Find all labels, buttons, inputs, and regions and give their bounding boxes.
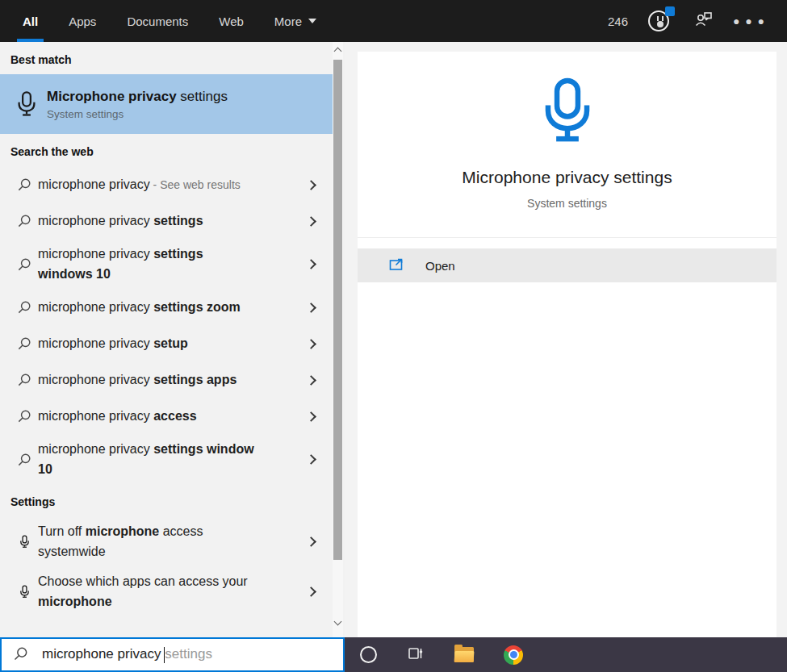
preview-hero: Microphone privacy settings System setti… [358,52,777,238]
chevron-right-icon[interactable] [308,373,315,387]
task-view-icon[interactable] [407,645,425,666]
search-query: microphone privacy settings [42,646,212,663]
best-match-result[interactable]: Microphone privacy settings System setti… [0,74,333,134]
preview-title: Microphone privacy settings [462,168,672,187]
best-match-subtitle: System settings [47,108,228,120]
chevron-right-icon[interactable] [308,584,315,599]
chevron-right-icon[interactable] [308,257,315,271]
chevron-right-icon[interactable] [308,177,315,192]
rewards-points: 246 [608,15,628,28]
results-scrollbar[interactable] [333,42,343,637]
web-suggestion-row[interactable]: microphone privacy settings window 10 [0,434,333,484]
tab-apps-label: Apps [69,15,96,28]
preview-card: Microphone privacy settings System setti… [358,52,777,637]
scroll-down-icon[interactable] [334,618,342,626]
tab-all-label: All [23,15,38,28]
preview-subtitle: System settings [527,197,607,210]
chevron-right-icon[interactable] [308,534,315,549]
topbar-right-cluster: 246 ● ● ● [608,6,787,35]
open-label: Open [425,259,455,273]
taskbar [345,637,787,672]
start-search-screen: All Apps Documents Web More 246 [0,0,787,672]
bottom-bar: microphone privacy settings [0,637,787,672]
chevron-right-icon[interactable] [308,214,315,228]
tab-web-label: Web [219,15,244,28]
open-action[interactable]: Open [358,248,777,282]
tab-web[interactable]: Web [219,0,244,42]
file-explorer-icon[interactable] [454,647,474,662]
ellipsis-icon[interactable]: ● ● ● [733,15,766,27]
web-suggestion-row[interactable]: microphone privacy settings zoom [0,289,333,325]
tab-all[interactable]: All [23,0,38,42]
search-icon [10,452,38,467]
tab-documents-label: Documents [127,15,188,28]
chevron-right-icon[interactable] [308,409,315,424]
web-suggestion-row[interactable]: microphone privacy - See web results [0,166,333,202]
feedback-icon[interactable] [694,10,714,32]
web-suggestion-row[interactable]: microphone privacy settings [0,202,333,239]
results-area: Best match Microphone privacy settings S… [0,42,787,637]
search-icon [13,645,29,665]
cortana-icon[interactable] [360,646,377,663]
tab-documents[interactable]: Documents [127,0,188,42]
search-web-header: Search the web [0,134,333,166]
rewards-badge [665,6,675,16]
search-icon [10,213,38,228]
web-suggestion-row[interactable]: microphone privacy access [0,398,333,434]
settings-header: Settings [0,484,333,516]
rewards-medal-icon[interactable] [647,6,675,35]
best-match-title: Microphone privacy settings [47,89,228,105]
search-icon [10,336,38,351]
open-external-icon [388,256,404,275]
chrome-icon[interactable] [504,645,523,665]
inline-suggestion: settings [165,646,212,662]
chevron-right-icon[interactable] [308,300,315,315]
search-icon [10,408,38,424]
chevron-right-icon[interactable] [308,336,315,351]
settings-result-row[interactable]: Choose which apps can access your microp… [0,566,333,616]
best-match-header: Best match [0,42,333,74]
web-suggestion-row[interactable]: microphone privacy settings windows 10 [0,239,333,289]
tab-more-label: More [274,15,302,28]
search-icon [10,257,38,272]
search-icon [10,372,38,387]
microphone-icon [10,584,38,599]
preview-panel: Microphone privacy settings System setti… [345,42,787,637]
search-filter-bar: All Apps Documents Web More 246 [0,0,787,42]
tab-more[interactable]: More [274,0,316,42]
web-suggestion-row[interactable]: microphone privacy settings apps [0,361,333,398]
scroll-up-icon[interactable] [334,48,342,56]
tab-apps[interactable]: Apps [69,0,96,42]
search-input[interactable]: microphone privacy settings [0,637,345,672]
settings-result-row[interactable]: Turn off microphone access systemwide [0,516,333,566]
scrollbar-thumb[interactable] [333,60,342,560]
chevron-right-icon[interactable] [308,452,315,466]
chevron-down-icon [308,19,316,23]
microphone-icon-large [538,76,597,148]
microphone-icon [10,534,38,549]
results-panel: Best match Microphone privacy settings S… [0,42,345,637]
web-suggestion-row[interactable]: microphone privacy setup [0,325,333,361]
filter-tabs: All Apps Documents Web More [0,0,316,42]
search-icon [10,177,38,192]
microphone-icon [6,90,47,119]
search-icon [10,299,38,315]
